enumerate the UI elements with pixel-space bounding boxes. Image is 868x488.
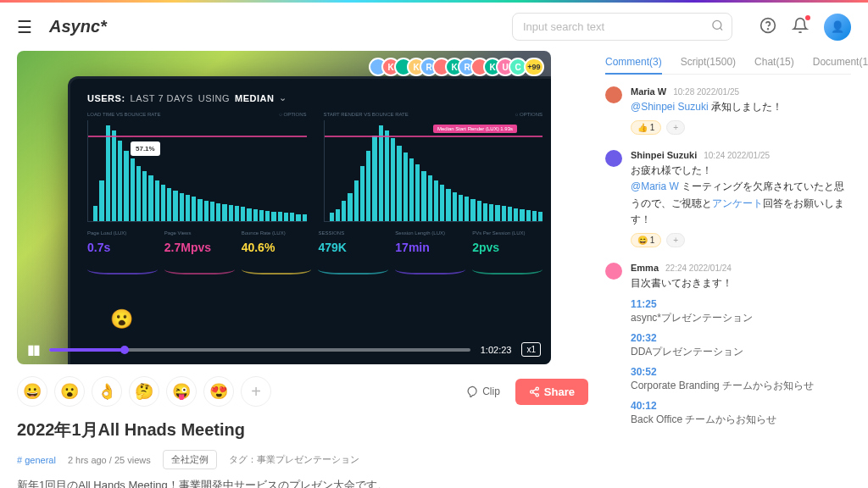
logo[interactable]: Async* [49, 17, 107, 36]
reaction-pill[interactable]: 👍 1 [631, 120, 661, 135]
playback-speed[interactable]: x1 [521, 342, 541, 357]
time-display: 1:02:23 [481, 345, 512, 355]
timestamp-link[interactable]: 11:25 [631, 298, 851, 310]
tab-chat[interactable]: Chat(15) [754, 51, 794, 74]
svg-point-6 [536, 393, 538, 396]
progress-bar[interactable] [49, 348, 470, 352]
video-meta: # general 2 hrs ago / 25 views 全社定例 タグ：事… [17, 450, 588, 469]
reaction-add[interactable]: + [666, 120, 685, 135]
timestamp-link[interactable]: 30:52 [631, 366, 851, 378]
svg-point-5 [530, 390, 532, 392]
tab-script[interactable]: Script(1500) [681, 51, 736, 74]
react-think[interactable]: 🤔 [129, 376, 159, 407]
share-button[interactable]: Share [515, 379, 588, 405]
side-tabs: Comment(3) Script(1500) Chat(15) Documen… [605, 51, 851, 75]
viewers-list[interactable]: KKRKRKUC+99 [375, 58, 544, 76]
react-heart-eyes[interactable]: 😍 [203, 376, 234, 407]
link[interactable]: アンケート [712, 197, 763, 209]
react-wow[interactable]: 😮 [54, 376, 85, 407]
svg-line-1 [721, 28, 723, 30]
clip-button[interactable]: Clip [458, 380, 509, 403]
react-smile[interactable]: 😀 [17, 376, 47, 407]
react-add[interactable]: + [241, 376, 271, 407]
video-title: 2022年1月All Hnads Meeting [17, 419, 588, 441]
mention[interactable]: @Maria W [631, 180, 679, 192]
category-badge[interactable]: 全社定例 [163, 450, 217, 469]
floating-reaction: 😮 [110, 308, 133, 330]
comment-item: Emma22:24 2022/01/24 目次書いておきます！ 11:25asy… [605, 263, 851, 427]
user-avatar[interactable]: 👤 [824, 14, 851, 41]
svg-point-4 [536, 387, 538, 390]
video-description: 新年1回目のAll Hands Meeting！事業開発中サービスのプレゼン大会… [17, 478, 588, 488]
svg-point-0 [713, 20, 721, 29]
react-wink[interactable]: 😜 [166, 376, 197, 407]
topbar: ☰ Async* 👤 [0, 3, 868, 51]
reaction-add[interactable]: + [666, 233, 685, 247]
svg-line-7 [533, 392, 537, 394]
notifications-icon[interactable] [792, 17, 809, 37]
svg-point-3 [768, 28, 769, 29]
comment-item: Shinpei Suzuki10:24 2022/01/25 お疲れ様でした！@… [605, 150, 851, 247]
react-ok[interactable]: 👌 [92, 376, 122, 407]
video-player[interactable]: USERS: LAST 7 DAYS USING MEDIAN ⌄ LOAD T… [17, 51, 551, 364]
tab-document[interactable]: Document(1) [813, 51, 868, 74]
mention[interactable]: @Shinpei Suzuki [631, 101, 709, 113]
timestamp-link[interactable]: 20:32 [631, 332, 851, 344]
search-icon[interactable] [711, 19, 724, 35]
svg-line-8 [533, 389, 537, 391]
pause-button[interactable]: ▮▮ [27, 341, 39, 358]
menu-icon[interactable]: ☰ [17, 17, 32, 37]
video-content: USERS: LAST 7 DAYS USING MEDIAN ⌄ LOAD T… [68, 76, 551, 364]
reaction-pill[interactable]: 😄 1 [631, 233, 661, 247]
tab-comment[interactable]: Comment(3) [605, 51, 662, 75]
comment-item: Maria W10:28 2022/01/25 @Shinpei Suzuki … [605, 86, 851, 135]
search-input[interactable] [512, 13, 732, 41]
timestamp-link[interactable]: 40:12 [631, 400, 851, 412]
hashtag[interactable]: # general [17, 455, 56, 465]
help-icon[interactable] [760, 17, 776, 37]
